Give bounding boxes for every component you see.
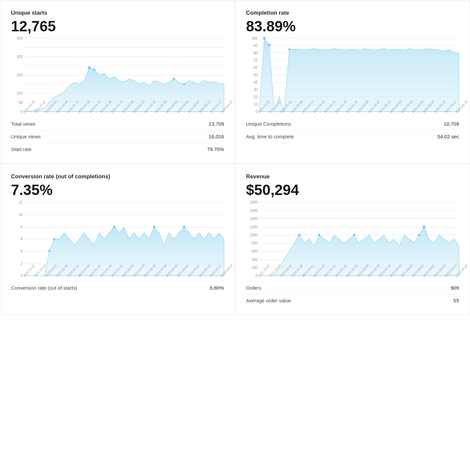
svg-text:10: 10: [254, 102, 258, 107]
svg-point-144: [353, 234, 355, 236]
svg-point-141: [318, 234, 320, 236]
svg-text:100: 100: [17, 91, 23, 96]
dashboard: Unique starts 12,765: [0, 0, 470, 315]
panel-completion-rate-title: Completion rate: [246, 10, 459, 16]
stat-unique-views: Unique views 16,016: [11, 130, 224, 143]
svg-text:60: 60: [254, 66, 258, 70]
svg-text:600: 600: [252, 249, 258, 253]
svg-point-97: [153, 226, 155, 228]
svg-point-143: [418, 234, 420, 236]
panel-unique-starts: Unique starts 12,765: [0, 0, 235, 164]
svg-text:200: 200: [17, 73, 23, 77]
svg-point-100: [53, 238, 55, 240]
svg-text:400: 400: [17, 36, 23, 41]
svg-text:2: 2: [21, 261, 23, 266]
unique-starts-chart: 400 300 200 100 50 0 2021-12-22 2021-12-…: [11, 38, 224, 112]
stat-avg-order-value: Average order value 55: [246, 294, 459, 307]
svg-text:50: 50: [19, 101, 23, 105]
svg-text:80: 80: [254, 51, 258, 55]
completion-rate-chart: 100 90 80 70 60 50 40 30 20 10 0 2021-12: [246, 38, 459, 112]
svg-text:50: 50: [254, 73, 258, 77]
panel-revenue: Revenue $50,294: [235, 164, 470, 315]
conversion-rate-chart: 12 10 8 6 4 2 0 2021-12-22 2021-12-27: [11, 202, 224, 276]
conversion-rate-stats: Conversion rate (out of starts) 6.80%: [11, 282, 224, 294]
svg-point-96: [113, 226, 115, 228]
stat-conversion-starts: Conversion rate (out of starts) 6.80%: [11, 282, 224, 294]
svg-point-98: [183, 226, 185, 228]
svg-point-17: [173, 78, 175, 80]
revenue-chart: 1800 1600 1400 1200 1000 800 600 400 200…: [246, 202, 459, 276]
revenue-stats: Orders 909 Average order value 55: [246, 282, 459, 307]
svg-point-140: [298, 234, 300, 236]
svg-text:70: 70: [254, 58, 258, 63]
panel-revenue-title: Revenue: [246, 173, 459, 180]
svg-text:10: 10: [19, 212, 23, 217]
stat-total-views: Total views 23,709: [11, 118, 224, 130]
stat-avg-time: Avg. time to complete 54.02 sec: [246, 130, 459, 143]
svg-text:1000: 1000: [250, 233, 258, 237]
svg-point-61: [268, 44, 270, 46]
panel-conversion-rate-value: 7.35%: [11, 182, 224, 198]
svg-text:8: 8: [21, 225, 23, 229]
svg-text:20: 20: [254, 95, 258, 99]
svg-point-60: [263, 37, 266, 40]
svg-text:800: 800: [252, 241, 258, 245]
svg-text:1600: 1600: [250, 208, 258, 213]
svg-text:100: 100: [252, 36, 258, 41]
svg-text:40: 40: [254, 80, 258, 85]
svg-text:90: 90: [254, 44, 258, 48]
svg-point-15: [88, 66, 91, 69]
stat-orders: Orders 909: [246, 282, 459, 294]
svg-text:300: 300: [17, 55, 23, 59]
svg-text:400: 400: [252, 257, 258, 262]
svg-text:12: 12: [19, 200, 23, 205]
svg-point-18: [183, 83, 185, 86]
completion-rate-stats: Unique Completions 10,709 Avg. time to c…: [246, 118, 459, 143]
panel-conversion-rate-title: Conversion rate (out of completions): [11, 173, 224, 180]
stat-start-rate: Start rate 79.70%: [11, 143, 224, 155]
svg-point-99: [48, 250, 50, 252]
svg-text:4: 4: [21, 249, 23, 253]
panel-completion-rate: Completion rate 83.89%: [235, 0, 470, 164]
svg-point-142: [423, 225, 425, 228]
svg-text:6: 6: [21, 237, 23, 241]
panel-conversion-rate: Conversion rate (out of completions) 7.3…: [0, 164, 235, 315]
svg-text:200: 200: [252, 266, 258, 270]
panel-revenue-value: $50,294: [246, 182, 459, 198]
svg-point-62: [288, 48, 290, 51]
svg-text:1200: 1200: [250, 225, 258, 229]
svg-point-16: [93, 69, 95, 71]
panel-unique-starts-title: Unique starts: [11, 10, 224, 16]
stat-unique-completions: Unique Completions 10,709: [246, 118, 459, 130]
unique-starts-stats: Total views 23,709 Unique views 16,016 S…: [11, 118, 224, 155]
svg-text:1800: 1800: [250, 200, 258, 205]
svg-text:30: 30: [254, 88, 258, 92]
panel-unique-starts-value: 12,765: [11, 18, 224, 34]
svg-text:1400: 1400: [250, 216, 258, 221]
panel-completion-rate-value: 83.89%: [246, 18, 459, 34]
